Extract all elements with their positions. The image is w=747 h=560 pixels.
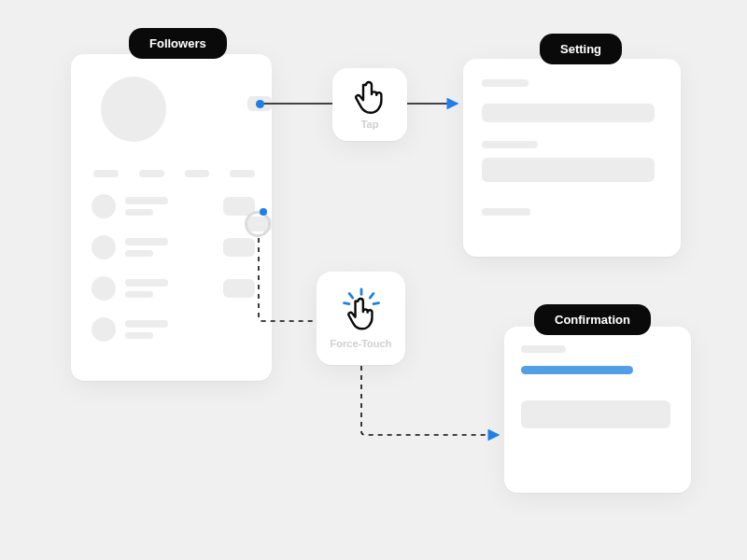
text-placeholder (482, 141, 538, 148)
field-placeholder (482, 104, 655, 122)
list-item (92, 235, 255, 259)
field-placeholder (521, 400, 670, 428)
avatar-icon (92, 194, 116, 218)
svg-line-6 (373, 303, 378, 304)
setting-screen (463, 59, 681, 257)
stats-row (93, 170, 255, 177)
tap-gesture-label: Tap (361, 119, 379, 130)
tap-origin-dot (256, 100, 264, 108)
followers-label: Followers (129, 28, 227, 59)
follow-button-placeholder[interactable] (223, 238, 255, 257)
svg-line-3 (349, 293, 353, 298)
followers-screen (71, 54, 272, 381)
field-placeholder (482, 158, 655, 182)
tap-gesture: Tap (332, 68, 407, 141)
list-item (92, 194, 255, 218)
force-touch-gesture-label: Force-Touch (331, 338, 392, 349)
text-placeholder (482, 79, 529, 87)
list-item (92, 276, 255, 301)
stat-placeholder (139, 170, 164, 177)
avatar-placeholder (101, 77, 166, 142)
force-touch-icon (340, 287, 383, 334)
text-placeholder (482, 208, 530, 216)
stat-placeholder (230, 170, 255, 177)
force-touch-origin-dot (260, 208, 267, 216)
tap-icon (354, 79, 386, 115)
confirmation-screen (504, 327, 691, 493)
flow-diagram: Followers Setting Confirmation (0, 0, 747, 560)
highlight-bar (521, 366, 633, 374)
svg-line-5 (344, 303, 349, 304)
stat-placeholder (185, 170, 210, 177)
avatar-icon (92, 317, 116, 342)
avatar-icon (92, 276, 116, 301)
list-item (92, 317, 255, 342)
force-touch-gesture: Force-Touch (317, 272, 405, 365)
follow-button-placeholder[interactable] (223, 279, 255, 298)
svg-line-4 (370, 293, 374, 298)
confirmation-label: Confirmation (534, 304, 651, 335)
setting-label: Setting (540, 34, 622, 64)
force-touch-ring-icon (245, 211, 271, 237)
text-placeholder (521, 345, 566, 353)
avatar-icon (92, 235, 116, 259)
stat-placeholder (93, 170, 119, 177)
